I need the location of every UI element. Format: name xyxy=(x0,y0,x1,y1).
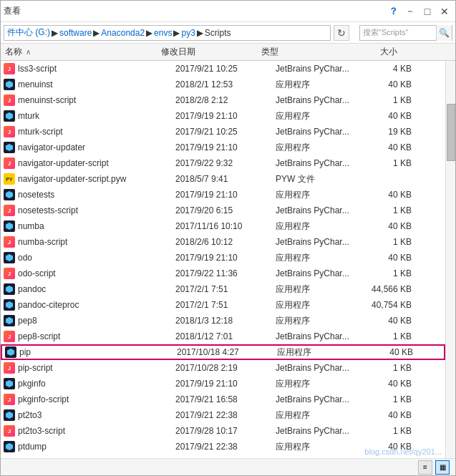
file-name: navigator-updater xyxy=(18,142,175,152)
file-name: odo xyxy=(18,253,175,263)
file-date: 2018/1/12 7:01 xyxy=(175,331,276,341)
table-row[interactable]: mturk 2017/9/19 21:10 应用程序 40 KB xyxy=(1,108,445,124)
file-size: 40 KB xyxy=(362,253,412,263)
scrollbar[interactable] xyxy=(445,61,455,458)
file-date: 2018/2/1 12:53 xyxy=(175,79,276,89)
table-row[interactable]: J pep8-script 2018/1/12 7:01 JetBrains P… xyxy=(1,329,445,344)
file-date: 2018/2/6 10:12 xyxy=(175,237,276,247)
table-row[interactable]: J pt2to3-script 2017/9/28 10:17 JetBrain… xyxy=(1,423,445,439)
file-type: JetBrains PyChar... xyxy=(276,237,362,247)
table-row[interactable]: J pip-script 2017/10/28 2:19 JetBrains P… xyxy=(1,360,445,376)
view-list-button[interactable]: ≡ xyxy=(418,460,432,475)
col-size-header[interactable]: 大小 xyxy=(347,46,397,58)
table-row[interactable]: J nosetests-script 2017/9/20 6:15 JetBra… xyxy=(1,203,445,218)
breadcrumb-drive[interactable]: 件中心 (G:) xyxy=(7,26,50,39)
search-icon[interactable]: 🔍 xyxy=(436,25,452,41)
file-name: navigator-updater-script xyxy=(18,158,175,168)
file-name: menuinst xyxy=(18,79,175,89)
file-type: JetBrains PyChar... xyxy=(276,331,362,341)
col-date-header[interactable]: 修改日期 xyxy=(161,46,261,58)
file-size: 40 KB xyxy=(362,379,412,389)
app-icon xyxy=(4,283,15,295)
file-type: JetBrains PyChar... xyxy=(276,95,362,105)
file-date: 2017/11/16 10:10 xyxy=(175,221,276,231)
file-type: 应用程序 xyxy=(276,110,362,122)
pyw-icon: PY xyxy=(4,173,15,185)
file-type: 应用程序 xyxy=(276,378,362,390)
maximize-button[interactable]: □ xyxy=(419,4,435,19)
file-type: 应用程序 xyxy=(276,252,362,264)
file-size: 40 KB xyxy=(362,221,412,231)
table-row[interactable]: J numba-script 2018/2/6 10:12 JetBrains … xyxy=(1,234,445,250)
view-detail-button[interactable]: ▦ xyxy=(435,460,450,475)
col-name-header[interactable]: 名称 ∧ xyxy=(4,46,161,58)
app-icon xyxy=(5,346,16,358)
breadcrumb[interactable]: 件中心 (G:) ▶ software ▶ Anaconda2 ▶ envs ▶… xyxy=(4,25,331,41)
file-type: JetBrains PyChar... xyxy=(276,64,362,74)
breadcrumb-py3[interactable]: py3 xyxy=(181,28,195,38)
jetbrains-icon: J xyxy=(4,63,15,74)
jetbrains-icon: J xyxy=(4,157,15,169)
app-icon xyxy=(4,441,15,452)
file-size: 40 KB xyxy=(362,79,412,89)
file-name: pt2to3-script xyxy=(18,426,175,436)
table-row[interactable]: pt2to3 2017/9/21 22:38 应用程序 40 KB xyxy=(1,407,445,423)
table-row[interactable]: pandoc-citeproc 2017/2/1 7:51 应用程序 40,75… xyxy=(1,297,445,313)
table-row[interactable]: ptdump 2017/9/21 22:38 应用程序 40 KB xyxy=(1,439,445,455)
table-row[interactable]: odo 2017/9/19 21:10 应用程序 40 KB xyxy=(1,250,445,266)
app-icon xyxy=(4,189,15,200)
jetbrains-icon: J xyxy=(4,236,15,248)
table-row[interactable]: numba 2017/11/16 10:10 应用程序 40 KB xyxy=(1,218,445,234)
table-row[interactable]: navigator-updater 2017/9/19 21:10 应用程序 4… xyxy=(1,140,445,155)
file-size: 40,754 KB xyxy=(362,300,412,310)
table-row[interactable]: pep8 2018/1/3 12:18 应用程序 40 KB xyxy=(1,313,445,329)
file-date: 2017/2/1 7:51 xyxy=(175,300,276,310)
breadcrumb-envs[interactable]: envs xyxy=(154,28,172,38)
table-row[interactable]: J navigator-updater-script 2017/9/22 9:3… xyxy=(1,155,445,171)
file-name: pkginfo-script xyxy=(18,394,175,404)
file-size: 1 KB xyxy=(362,95,412,105)
refresh-button[interactable]: ↻ xyxy=(334,25,349,41)
search-box[interactable]: 搜索"Scripts" 🔍 xyxy=(359,25,452,41)
file-size: 1 KB xyxy=(362,268,412,278)
app-icon xyxy=(4,378,15,389)
table-row[interactable]: J lss3-script 2017/9/21 10:25 JetBrains … xyxy=(1,61,445,77)
table-row[interactable]: pkginfo 2017/9/19 21:10 应用程序 40 KB xyxy=(1,376,445,392)
file-size: 40 KB xyxy=(363,347,413,357)
file-name: pip xyxy=(19,347,177,357)
file-type: 应用程序 xyxy=(276,315,362,327)
breadcrumb-anaconda2[interactable]: Anaconda2 xyxy=(101,28,145,38)
table-row[interactable]: J odo-script 2017/9/22 11:36 JetBrains P… xyxy=(1,266,445,281)
help-button[interactable]: ？ xyxy=(385,4,401,19)
table-row[interactable]: PY navigator-updater-script.pyw 2018/5/7… xyxy=(1,171,445,187)
file-date: 2017/9/21 22:38 xyxy=(175,410,276,420)
breadcrumb-software[interactable]: software xyxy=(59,28,92,38)
file-date: 2017/10/28 2:19 xyxy=(175,363,276,373)
close-button[interactable]: ✕ xyxy=(437,4,452,19)
file-name: mturk xyxy=(18,111,175,121)
file-type: 应用程序 xyxy=(276,409,362,422)
jetbrains-icon: J xyxy=(4,94,15,106)
minimize-button[interactable]: － xyxy=(402,4,418,19)
scrollbar-thumb[interactable] xyxy=(447,104,455,161)
table-row[interactable]: J pkginfo-script 2017/9/21 16:58 JetBrai… xyxy=(1,392,445,407)
file-size: 40 KB xyxy=(362,142,412,152)
table-row[interactable]: nosetests 2017/9/19 21:10 应用程序 40 KB xyxy=(1,187,445,203)
file-name: nosetests xyxy=(18,190,175,200)
file-date: 2018/2/8 2:12 xyxy=(175,95,276,105)
table-row[interactable]: J menuinst-script 2018/2/8 2:12 JetBrain… xyxy=(1,92,445,108)
table-row[interactable]: menuinst 2018/2/1 12:53 应用程序 40 KB xyxy=(1,77,445,92)
table-row[interactable]: pip 2017/10/18 4:27 应用程序 40 KB xyxy=(1,344,445,360)
file-type: 应用程序 xyxy=(276,142,362,154)
jetbrains-icon: J xyxy=(4,394,15,405)
file-type: PYW 文件 xyxy=(276,173,362,185)
app-icon xyxy=(4,79,15,90)
table-row[interactable]: pandoc 2017/2/1 7:51 应用程序 44,566 KB xyxy=(1,281,445,297)
file-size: 40 KB xyxy=(362,111,412,121)
jetbrains-icon: J xyxy=(4,268,15,279)
table-row[interactable]: J mturk-script 2017/9/21 10:25 JetBrains… xyxy=(1,124,445,140)
col-type-header[interactable]: 类型 xyxy=(261,46,347,58)
toolbar-label: 查看 xyxy=(4,5,21,17)
file-size: 1 KB xyxy=(362,331,412,341)
app-icon xyxy=(4,220,15,232)
